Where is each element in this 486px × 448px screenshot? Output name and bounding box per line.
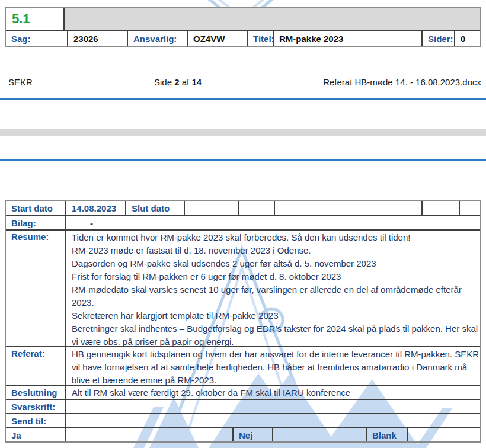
blue-divider-bottom	[0, 159, 486, 161]
ja-label: Ja	[6, 428, 65, 441]
empty-cell	[421, 201, 459, 215]
section-number: 5.1	[6, 8, 63, 30]
resume-paragraph: Tiden er kommet hvor RM-pakke 2023 skal …	[72, 231, 480, 244]
section-row: 5.1	[6, 8, 480, 30]
blank-label: Blank	[366, 428, 407, 441]
nej-count-cell	[272, 428, 366, 441]
doc-filename: Referat HB-møde 14. - 16.08.2023.docx	[323, 77, 481, 87]
empty-cell	[238, 201, 274, 215]
case-header-table: 5.1 Sag: 23026 Ansvarlig: OZ4VW Titel: R…	[5, 7, 481, 47]
section-gray-cell	[63, 8, 480, 30]
page-header: SEKR Side 2 af 14 Referat HB-møde 14. - …	[5, 77, 481, 87]
resume-paragraph: Dagsorden og RM-pakke skal udsendes 2 ug…	[72, 257, 480, 270]
resume-text: Tiden er kommet hvor RM-pakke 2023 skal …	[65, 231, 480, 346]
sag-label: Sag:	[6, 31, 67, 46]
doc-author: SEKR	[5, 77, 33, 87]
vote-row: Ja Nej Blank	[6, 427, 480, 441]
case-meta-row: Sag: 23026 Ansvarlig: OZ4VW Titel: RM-pa…	[6, 30, 480, 46]
empty-cell	[184, 201, 238, 215]
titel-value: RM-pakke 2023	[273, 31, 421, 46]
empty-cell	[65, 414, 480, 427]
send-til-label: Send til:	[6, 414, 65, 427]
bilag-label: Bilag:	[6, 216, 65, 229]
document-page: 5.1 Sag: 23026 Ansvarlig: OZ4VW Titel: R…	[0, 0, 486, 448]
resume-row: Resume: Tiden er kommet hvor RM-pakke 20…	[6, 229, 480, 346]
resume-label: Resume:	[6, 231, 65, 346]
ja-count-cell	[65, 428, 232, 441]
gray-band	[0, 129, 486, 136]
referat-label: Referat:	[6, 347, 65, 385]
referat-row: Referat: HB gennemgik kort tidsplanen og…	[6, 346, 480, 385]
empty-cell	[274, 201, 421, 215]
referat-text: HB gennemgik kort tidsplanen og hvem der…	[65, 347, 480, 385]
page-total: 14	[191, 77, 202, 87]
page-number: 2	[174, 77, 179, 87]
resume-paragraph: RM-mødedato skal varsles senest 10 uger …	[72, 283, 480, 309]
ansvarlig-label: Ansvarlig:	[127, 31, 187, 46]
resume-paragraph: Sekretæren har klargjort template til RM…	[72, 309, 480, 322]
svarskrift-row: Svarskrift:	[6, 399, 480, 413]
sag-value: 23026	[67, 31, 127, 46]
start-dato-value: 14.08.2023	[65, 201, 125, 215]
page-indicator: Side 2 af 14	[154, 77, 202, 87]
agenda-item-table: Start dato 14.08.2023 Slut dato Bilag: -…	[5, 200, 481, 443]
svarskrift-label: Svarskrift:	[6, 400, 65, 413]
of-label: af	[182, 77, 190, 87]
sider-label: Sider:	[421, 31, 454, 46]
resume-paragraph: RM-2023 møde er fastsat til d. 18. novem…	[72, 244, 480, 257]
resume-paragraph: Frist for forslag til RM-pakken er 6 uge…	[72, 270, 480, 283]
slut-dato-label: Slut dato	[125, 201, 184, 215]
ansvarlig-value: OZ4VW	[187, 31, 247, 46]
empty-cell	[459, 201, 480, 215]
blank-count-cell	[407, 428, 480, 441]
side-label: Side	[154, 77, 172, 87]
titel-label: Titel:	[247, 31, 273, 46]
send-til-row: Send til:	[6, 413, 480, 427]
nej-label: Nej	[232, 428, 272, 441]
bilag-row: Bilag: -	[6, 215, 480, 229]
resume-paragraph: Beretninger skal indhentes – Budgetforsl…	[72, 322, 480, 346]
dates-row: Start dato 14.08.2023 Slut dato	[6, 201, 480, 215]
beslutning-label: Beslutning	[6, 386, 65, 399]
start-dato-label: Start dato	[6, 201, 65, 215]
bilag-value: -	[65, 216, 480, 229]
empty-cell	[65, 400, 480, 413]
beslutning-text: Alt til RM skal være færdigt 29. oktober…	[65, 386, 480, 399]
blue-divider-top	[0, 98, 486, 100]
sider-value: 0	[454, 31, 480, 46]
beslutning-row: Beslutning Alt til RM skal være færdigt …	[6, 385, 480, 399]
